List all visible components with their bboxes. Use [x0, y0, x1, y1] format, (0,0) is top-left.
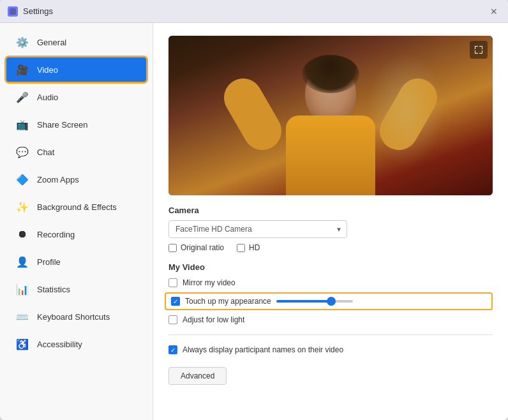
camera-label: Camera	[168, 206, 493, 215]
sidebar-item-video[interactable]: 🎥 Video	[5, 56, 147, 83]
advanced-button[interactable]: Advanced	[168, 367, 227, 385]
accessibility-icon: ♿	[15, 337, 29, 351]
original-ratio-label: Original ratio	[181, 243, 224, 252]
sidebar-label-keyboard: Keyboard Shortcuts	[37, 312, 110, 322]
profile-icon: 👤	[15, 255, 29, 269]
sidebar-label-share-screen: Share Screen	[37, 120, 88, 130]
touch-up-label: Touch up my appearance	[185, 297, 271, 306]
adjust-light-checkbox[interactable]	[168, 315, 177, 324]
sidebar-label-background: Background & Effects	[37, 202, 117, 212]
sidebar-item-keyboard-shortcuts[interactable]: ⌨️ Keyboard Shortcuts	[5, 303, 147, 330]
sidebar-label-audio: Audio	[37, 93, 58, 102]
mirror-option-row: Mirror my video	[168, 278, 493, 287]
ratio-options: Original ratio HD	[168, 243, 493, 252]
sidebar-item-chat[interactable]: 💬 Chat	[5, 139, 147, 165]
sidebar-label-chat: Chat	[37, 147, 54, 157]
sidebar-item-audio[interactable]: 🎤 Audio	[5, 84, 147, 110]
sidebar-label-accessibility: Accessibility	[37, 340, 82, 349]
main-content: ⚙️ General 🎥 Video 🎤 Audio 📺 Share Scree…	[0, 23, 508, 420]
svg-rect-8	[482, 50, 482, 54]
adjust-light-option-row: Adjust for low light	[168, 315, 493, 324]
svg-rect-6	[475, 53, 478, 54]
appearance-slider[interactable]	[276, 300, 353, 303]
sidebar-label-profile: Profile	[37, 257, 61, 267]
camera-select-wrapper: FaceTime HD Camera ▼	[168, 220, 347, 238]
close-button[interactable]: ✕	[488, 5, 500, 18]
adjust-light-label: Adjust for low light	[183, 315, 244, 324]
sidebar-label-zoom-apps: Zoom Apps	[37, 175, 79, 184]
always-display-label: Always display participant names on thei…	[183, 345, 343, 354]
divider	[168, 334, 493, 335]
gear-icon: ⚙️	[15, 35, 29, 49]
fullscreen-button[interactable]	[470, 41, 488, 59]
background-icon: ✨	[15, 200, 29, 214]
statistics-icon: 📊	[15, 282, 29, 296]
sidebar-item-general[interactable]: ⚙️ General	[5, 29, 147, 56]
sidebar-label-general: General	[37, 38, 66, 47]
chat-icon: 💬	[15, 145, 29, 159]
sidebar-item-profile[interactable]: 👤 Profile	[5, 248, 147, 275]
slider-container	[276, 300, 486, 303]
original-ratio-checkbox[interactable]	[168, 244, 177, 252]
svg-rect-4	[482, 46, 482, 49]
hd-label: HD	[249, 243, 260, 252]
titlebar-left: Settings	[8, 6, 53, 17]
recording-icon: ⏺	[15, 227, 29, 241]
spacer	[168, 362, 493, 367]
settings-window: Settings ✕ ⚙️ General 🎥 Video 🎤 Audio 📺 …	[0, 0, 508, 420]
camera-section: Camera FaceTime HD Camera ▼ Original rat…	[168, 206, 493, 252]
audio-icon: 🎤	[15, 90, 29, 104]
always-display-checkbox[interactable]: ✓	[168, 345, 177, 354]
content-area: Camera FaceTime HD Camera ▼ Original rat…	[153, 23, 508, 420]
sidebar-item-share-screen[interactable]: 📺 Share Screen	[5, 111, 147, 138]
share-screen-icon: 📺	[15, 117, 29, 131]
sidebar-label-video: Video	[37, 65, 58, 75]
svg-rect-0	[10, 8, 16, 15]
my-video-section: My Video Mirror my video ✓ Touch up my a…	[168, 262, 493, 385]
always-display-row: ✓ Always display participant names on th…	[168, 345, 493, 354]
original-ratio-option[interactable]: Original ratio	[168, 243, 224, 252]
video-icon: 🎥	[15, 63, 29, 77]
sidebar: ⚙️ General 🎥 Video 🎤 Audio 📺 Share Scree…	[0, 23, 153, 420]
sidebar-item-background-effects[interactable]: ✨ Background & Effects	[5, 193, 147, 220]
zoom-apps-icon: 🔷	[15, 172, 29, 186]
touch-up-checkbox[interactable]: ✓	[171, 297, 180, 306]
window-title: Settings	[23, 6, 53, 16]
hd-option[interactable]: HD	[237, 243, 260, 252]
keyboard-icon: ⌨️	[15, 310, 29, 324]
titlebar: Settings ✕	[0, 0, 508, 23]
camera-select[interactable]: FaceTime HD Camera	[168, 220, 347, 238]
video-preview	[168, 36, 493, 195]
sidebar-item-zoom-apps[interactable]: 🔷 Zoom Apps	[5, 166, 147, 193]
sidebar-item-recording[interactable]: ⏺ Recording	[5, 221, 147, 248]
mirror-checkbox[interactable]	[168, 278, 177, 287]
sidebar-label-recording: Recording	[37, 230, 75, 239]
sidebar-item-accessibility[interactable]: ♿ Accessibility	[5, 331, 147, 357]
touch-up-option-row: ✓ Touch up my appearance	[165, 292, 493, 310]
mirror-label: Mirror my video	[183, 278, 235, 287]
hd-checkbox[interactable]	[237, 244, 245, 252]
my-video-title: My Video	[168, 262, 493, 272]
svg-rect-2	[475, 46, 475, 49]
sidebar-label-statistics: Statistics	[37, 285, 70, 294]
sidebar-item-statistics[interactable]: 📊 Statistics	[5, 276, 147, 303]
app-icon	[8, 6, 18, 17]
